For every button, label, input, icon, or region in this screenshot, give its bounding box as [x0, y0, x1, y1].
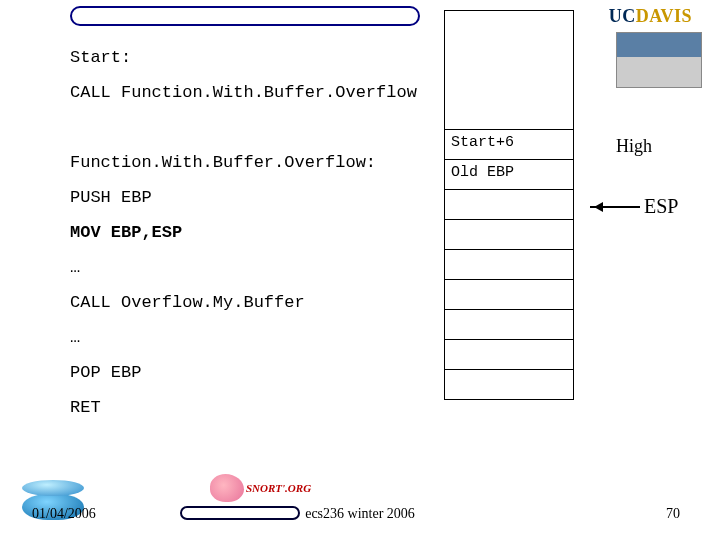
- stack-cell: [444, 310, 574, 340]
- stack-cell: [444, 340, 574, 370]
- slide-footer: 01/04/2006 ecs236 winter 2006 70: [0, 490, 720, 530]
- stack-column: Start+6 Old EBP: [444, 10, 574, 400]
- code-line: CALL Overflow.My.Buffer: [70, 293, 670, 312]
- code-line: …: [70, 328, 670, 347]
- footer-course: ecs236 winter 2006: [305, 506, 415, 522]
- label-esp: ESP: [644, 195, 678, 218]
- code-line: CALL Function.With.Buffer.Overflow: [70, 83, 670, 102]
- code-line: [70, 118, 670, 137]
- stack-cell: [444, 280, 574, 310]
- logo-davis: DAVIS: [636, 6, 692, 26]
- title-pill: [70, 6, 420, 26]
- stack-cell: Old EBP: [444, 160, 574, 190]
- code-line: …: [70, 258, 670, 277]
- main-content: Start: CALL Function.With.Buffer.Overflo…: [70, 48, 670, 470]
- label-high: High: [616, 136, 652, 157]
- code-line: RET: [70, 398, 670, 417]
- code-line-current: MOV EBP,ESP: [70, 223, 670, 242]
- esp-pointer: ESP: [590, 195, 678, 218]
- assembly-code: Start: CALL Function.With.Buffer.Overflo…: [70, 48, 670, 417]
- stack-cell: [444, 10, 574, 130]
- footer-page-number: 70: [666, 506, 680, 522]
- logo-uc: UC: [609, 6, 636, 26]
- code-line: POP EBP: [70, 363, 670, 382]
- code-line: Start:: [70, 48, 670, 67]
- ucdavis-logo: UCDAVIS: [572, 6, 692, 27]
- code-line: PUSH EBP: [70, 188, 670, 207]
- arrow-left-icon: [590, 206, 640, 208]
- stack-cell: Start+6: [444, 130, 574, 160]
- stack-cell: [444, 190, 574, 220]
- stack-cell: [444, 250, 574, 280]
- stack-cell: [444, 220, 574, 250]
- stack-cell: [444, 370, 574, 400]
- footer-date: 01/04/2006: [32, 506, 96, 522]
- code-line: Function.With.Buffer.Overflow:: [70, 153, 670, 172]
